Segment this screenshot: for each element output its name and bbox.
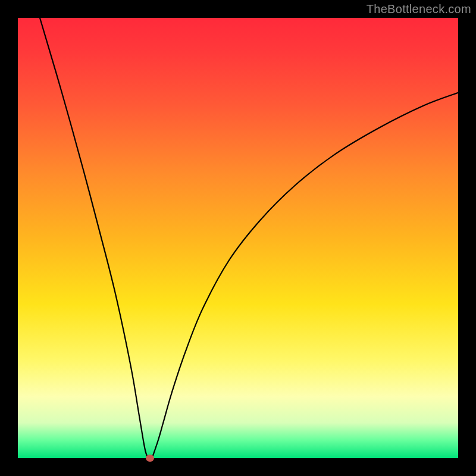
watermark-text: TheBottleneck.com (367, 2, 471, 16)
curve-svg (18, 18, 458, 458)
chart-frame: TheBottleneck.com (0, 0, 476, 476)
minimum-marker (146, 455, 154, 462)
plot-area (18, 18, 458, 458)
bottleneck-curve (40, 18, 458, 458)
